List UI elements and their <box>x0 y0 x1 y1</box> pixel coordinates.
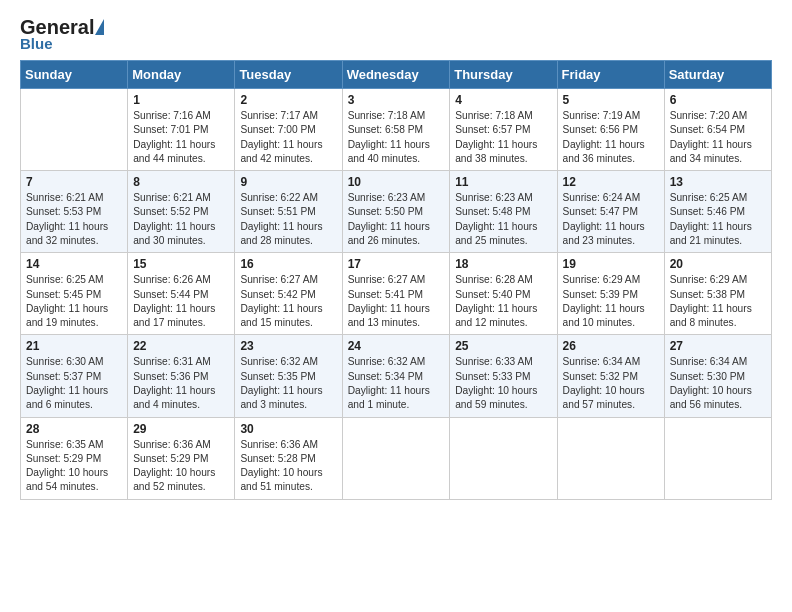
day-number: 11 <box>455 175 551 189</box>
day-number: 29 <box>133 422 229 436</box>
day-number: 2 <box>240 93 336 107</box>
day-number: 26 <box>563 339 659 353</box>
day-number: 18 <box>455 257 551 271</box>
page-header: General Blue <box>20 16 772 52</box>
logo: General Blue <box>20 16 104 52</box>
cell-content: Sunrise: 6:34 AM Sunset: 5:32 PM Dayligh… <box>563 355 659 412</box>
calendar-cell: 18Sunrise: 6:28 AM Sunset: 5:40 PM Dayli… <box>450 253 557 335</box>
calendar-cell: 22Sunrise: 6:31 AM Sunset: 5:36 PM Dayli… <box>128 335 235 417</box>
calendar-cell <box>21 89 128 171</box>
day-number: 14 <box>26 257 122 271</box>
calendar-week-row: 14Sunrise: 6:25 AM Sunset: 5:45 PM Dayli… <box>21 253 772 335</box>
cell-content: Sunrise: 7:18 AM Sunset: 6:58 PM Dayligh… <box>348 109 445 166</box>
cell-content: Sunrise: 6:23 AM Sunset: 5:50 PM Dayligh… <box>348 191 445 248</box>
calendar-cell: 9Sunrise: 6:22 AM Sunset: 5:51 PM Daylig… <box>235 171 342 253</box>
day-number: 6 <box>670 93 766 107</box>
day-number: 28 <box>26 422 122 436</box>
calendar-cell <box>342 417 450 499</box>
cell-content: Sunrise: 7:19 AM Sunset: 6:56 PM Dayligh… <box>563 109 659 166</box>
cell-content: Sunrise: 6:34 AM Sunset: 5:30 PM Dayligh… <box>670 355 766 412</box>
calendar-cell: 6Sunrise: 7:20 AM Sunset: 6:54 PM Daylig… <box>664 89 771 171</box>
day-number: 7 <box>26 175 122 189</box>
cell-content: Sunrise: 6:21 AM Sunset: 5:52 PM Dayligh… <box>133 191 229 248</box>
cell-content: Sunrise: 6:25 AM Sunset: 5:46 PM Dayligh… <box>670 191 766 248</box>
calendar-cell: 11Sunrise: 6:23 AM Sunset: 5:48 PM Dayli… <box>450 171 557 253</box>
cell-content: Sunrise: 6:32 AM Sunset: 5:34 PM Dayligh… <box>348 355 445 412</box>
day-number: 24 <box>348 339 445 353</box>
day-header-saturday: Saturday <box>664 61 771 89</box>
day-number: 22 <box>133 339 229 353</box>
day-number: 19 <box>563 257 659 271</box>
calendar-cell: 23Sunrise: 6:32 AM Sunset: 5:35 PM Dayli… <box>235 335 342 417</box>
calendar-table: SundayMondayTuesdayWednesdayThursdayFrid… <box>20 60 772 500</box>
cell-content: Sunrise: 6:24 AM Sunset: 5:47 PM Dayligh… <box>563 191 659 248</box>
cell-content: Sunrise: 6:25 AM Sunset: 5:45 PM Dayligh… <box>26 273 122 330</box>
cell-content: Sunrise: 6:22 AM Sunset: 5:51 PM Dayligh… <box>240 191 336 248</box>
day-header-friday: Friday <box>557 61 664 89</box>
calendar-cell: 29Sunrise: 6:36 AM Sunset: 5:29 PM Dayli… <box>128 417 235 499</box>
day-header-sunday: Sunday <box>21 61 128 89</box>
calendar-cell: 30Sunrise: 6:36 AM Sunset: 5:28 PM Dayli… <box>235 417 342 499</box>
day-number: 21 <box>26 339 122 353</box>
day-number: 27 <box>670 339 766 353</box>
day-header-tuesday: Tuesday <box>235 61 342 89</box>
cell-content: Sunrise: 7:20 AM Sunset: 6:54 PM Dayligh… <box>670 109 766 166</box>
calendar-cell <box>557 417 664 499</box>
day-number: 4 <box>455 93 551 107</box>
day-number: 13 <box>670 175 766 189</box>
cell-content: Sunrise: 6:29 AM Sunset: 5:39 PM Dayligh… <box>563 273 659 330</box>
calendar-cell: 8Sunrise: 6:21 AM Sunset: 5:52 PM Daylig… <box>128 171 235 253</box>
cell-content: Sunrise: 6:28 AM Sunset: 5:40 PM Dayligh… <box>455 273 551 330</box>
cell-content: Sunrise: 7:16 AM Sunset: 7:01 PM Dayligh… <box>133 109 229 166</box>
day-number: 12 <box>563 175 659 189</box>
logo-triangle-icon <box>95 19 104 35</box>
cell-content: Sunrise: 6:32 AM Sunset: 5:35 PM Dayligh… <box>240 355 336 412</box>
calendar-cell: 26Sunrise: 6:34 AM Sunset: 5:32 PM Dayli… <box>557 335 664 417</box>
calendar-cell: 16Sunrise: 6:27 AM Sunset: 5:42 PM Dayli… <box>235 253 342 335</box>
calendar-cell <box>450 417 557 499</box>
day-number: 20 <box>670 257 766 271</box>
calendar-week-row: 1Sunrise: 7:16 AM Sunset: 7:01 PM Daylig… <box>21 89 772 171</box>
day-header-thursday: Thursday <box>450 61 557 89</box>
cell-content: Sunrise: 6:33 AM Sunset: 5:33 PM Dayligh… <box>455 355 551 412</box>
calendar-cell: 14Sunrise: 6:25 AM Sunset: 5:45 PM Dayli… <box>21 253 128 335</box>
calendar-cell: 4Sunrise: 7:18 AM Sunset: 6:57 PM Daylig… <box>450 89 557 171</box>
cell-content: Sunrise: 6:21 AM Sunset: 5:53 PM Dayligh… <box>26 191 122 248</box>
day-header-wednesday: Wednesday <box>342 61 450 89</box>
calendar-cell: 10Sunrise: 6:23 AM Sunset: 5:50 PM Dayli… <box>342 171 450 253</box>
calendar-cell <box>664 417 771 499</box>
calendar-cell: 2Sunrise: 7:17 AM Sunset: 7:00 PM Daylig… <box>235 89 342 171</box>
calendar-cell: 3Sunrise: 7:18 AM Sunset: 6:58 PM Daylig… <box>342 89 450 171</box>
day-number: 5 <box>563 93 659 107</box>
cell-content: Sunrise: 6:29 AM Sunset: 5:38 PM Dayligh… <box>670 273 766 330</box>
cell-content: Sunrise: 6:30 AM Sunset: 5:37 PM Dayligh… <box>26 355 122 412</box>
day-number: 9 <box>240 175 336 189</box>
calendar-cell: 20Sunrise: 6:29 AM Sunset: 5:38 PM Dayli… <box>664 253 771 335</box>
cell-content: Sunrise: 6:31 AM Sunset: 5:36 PM Dayligh… <box>133 355 229 412</box>
calendar-week-row: 7Sunrise: 6:21 AM Sunset: 5:53 PM Daylig… <box>21 171 772 253</box>
calendar-cell: 15Sunrise: 6:26 AM Sunset: 5:44 PM Dayli… <box>128 253 235 335</box>
calendar-cell: 1Sunrise: 7:16 AM Sunset: 7:01 PM Daylig… <box>128 89 235 171</box>
calendar-cell: 19Sunrise: 6:29 AM Sunset: 5:39 PM Dayli… <box>557 253 664 335</box>
cell-content: Sunrise: 6:23 AM Sunset: 5:48 PM Dayligh… <box>455 191 551 248</box>
day-number: 8 <box>133 175 229 189</box>
day-number: 16 <box>240 257 336 271</box>
logo-blue: Blue <box>20 35 53 52</box>
day-number: 15 <box>133 257 229 271</box>
cell-content: Sunrise: 7:17 AM Sunset: 7:00 PM Dayligh… <box>240 109 336 166</box>
day-number: 17 <box>348 257 445 271</box>
day-number: 3 <box>348 93 445 107</box>
cell-content: Sunrise: 6:27 AM Sunset: 5:42 PM Dayligh… <box>240 273 336 330</box>
day-number: 30 <box>240 422 336 436</box>
calendar-cell: 25Sunrise: 6:33 AM Sunset: 5:33 PM Dayli… <box>450 335 557 417</box>
calendar-cell: 5Sunrise: 7:19 AM Sunset: 6:56 PM Daylig… <box>557 89 664 171</box>
calendar-header-row: SundayMondayTuesdayWednesdayThursdayFrid… <box>21 61 772 89</box>
calendar-cell: 24Sunrise: 6:32 AM Sunset: 5:34 PM Dayli… <box>342 335 450 417</box>
calendar-cell: 21Sunrise: 6:30 AM Sunset: 5:37 PM Dayli… <box>21 335 128 417</box>
day-number: 1 <box>133 93 229 107</box>
cell-content: Sunrise: 6:36 AM Sunset: 5:29 PM Dayligh… <box>133 438 229 495</box>
calendar-week-row: 28Sunrise: 6:35 AM Sunset: 5:29 PM Dayli… <box>21 417 772 499</box>
calendar-cell: 28Sunrise: 6:35 AM Sunset: 5:29 PM Dayli… <box>21 417 128 499</box>
calendar-cell: 12Sunrise: 6:24 AM Sunset: 5:47 PM Dayli… <box>557 171 664 253</box>
calendar-cell: 13Sunrise: 6:25 AM Sunset: 5:46 PM Dayli… <box>664 171 771 253</box>
